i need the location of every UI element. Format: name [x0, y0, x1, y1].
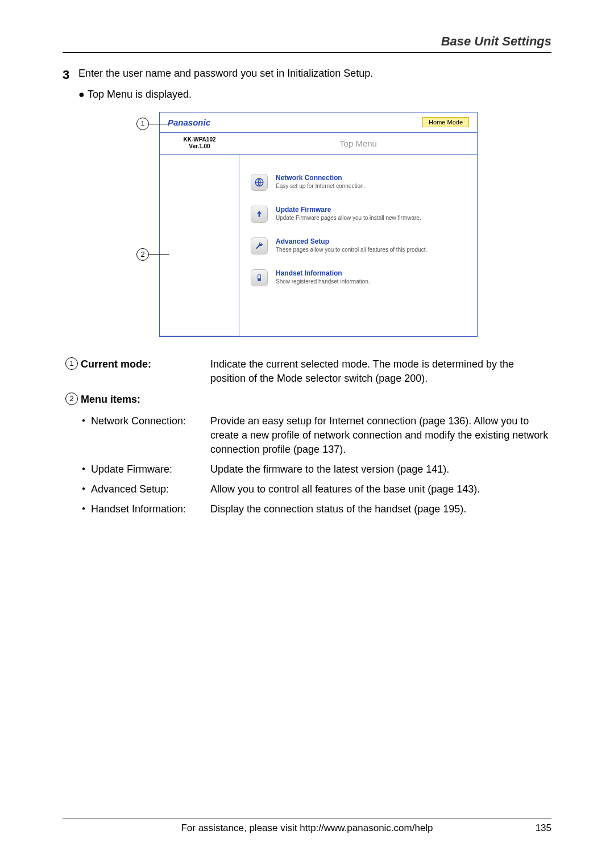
screenshot-panel: Panasonic Home Mode KK-WPA102 Ver.1.00 T… [159, 112, 478, 337]
sub-label: Update Firmware: [81, 462, 210, 477]
wrench-icon [251, 237, 268, 254]
def-label-1: Current mode: [81, 357, 210, 386]
page-number: 135 [536, 823, 551, 834]
menu-item-desc: Easy set up for Internet connection. [276, 183, 365, 189]
def-number-1: 1 [65, 357, 78, 370]
menu-item-handset: Handset Information Show registered hand… [251, 269, 466, 286]
screenshot-subbar: KK-WPA102 Ver.1.00 Top Menu [160, 133, 477, 155]
sub-desc: Allow you to control all features of the… [210, 482, 551, 496]
step-bullet-text: Top Menu is displayed. [88, 87, 192, 102]
sub-desc: Update the firmware to the latest versio… [210, 462, 551, 477]
bullet-dot: ● [78, 87, 88, 102]
step-text: Enter the user name and password you set… [78, 66, 373, 84]
top-menu-title: Top Menu [239, 139, 477, 148]
menu-item-network: Network Connection Easy set up for Inter… [251, 174, 466, 191]
definition-row-2: 2 Menu items: [63, 393, 551, 407]
step-number: 3 [63, 66, 78, 84]
menu-item-desc: These pages allow you to control all fea… [276, 247, 427, 253]
footer-text: For assistance, please visit http://www.… [181, 823, 433, 834]
sub-row-advanced: Advanced Setup: Allow you to control all… [63, 482, 551, 496]
globe-icon [251, 174, 268, 191]
sub-row-firmware: Update Firmware: Update the firmware to … [63, 462, 551, 477]
screenshot-wrapper: 1 2 Panasonic Home Mode KK-WPA102 Ver.1.… [63, 112, 551, 337]
sub-desc: Display the connection status of the han… [210, 502, 551, 516]
sub-label: Network Connection: [81, 414, 210, 457]
model-number: KK-WPA102 [160, 136, 239, 143]
model-version: Ver.1.00 [160, 143, 239, 150]
definition-row-1: 1 Current mode: Indicate the current sel… [63, 357, 551, 386]
menu-item-title: Network Connection [276, 174, 365, 182]
callout-2-line [149, 254, 169, 255]
callout-1-line [149, 124, 169, 124]
sub-row-handset: Handset Information: Display the connect… [63, 502, 551, 516]
callout-2: 2 [136, 248, 149, 261]
menu-item-title: Update Firmware [276, 206, 421, 214]
screenshot-main: Network Connection Easy set up for Inter… [239, 155, 477, 336]
section-title: Base Unit Settings [63, 34, 551, 49]
sub-label: Handset Information: [81, 502, 210, 516]
menu-item-advanced: Advanced Setup These pages allow you to … [251, 237, 466, 254]
arrow-up-icon [251, 206, 268, 223]
brand-logo: Panasonic [160, 118, 239, 127]
menu-item-desc: Show registered handset information. [276, 278, 370, 285]
mode-badge: Home Mode [422, 117, 469, 127]
footer-rule [63, 819, 551, 819]
screenshot-topbar: Panasonic Home Mode [160, 112, 477, 133]
menu-item-title: Handset Information [276, 269, 370, 277]
page-footer: For assistance, please visit http://www.… [63, 819, 551, 834]
step-row: 3 Enter the user name and password you s… [63, 66, 551, 84]
screenshot-body: Network Connection Easy set up for Inter… [160, 155, 477, 336]
def-number-2: 2 [65, 393, 78, 405]
handset-icon [251, 269, 268, 286]
menu-item-firmware: Update Firmware Update Firmware pages al… [251, 206, 466, 223]
callout-column: 1 2 [136, 112, 159, 337]
model-info: KK-WPA102 Ver.1.00 [160, 136, 239, 150]
def-desc-1: Indicate the current selected mode. The … [210, 357, 551, 386]
sub-desc: Provide an easy setup for Internet conne… [210, 414, 551, 457]
sub-row-network: Network Connection: Provide an easy setu… [63, 414, 551, 457]
svg-rect-2 [258, 275, 260, 278]
def-label-2: Menu items: [81, 393, 210, 407]
definitions-list: 1 Current mode: Indicate the current sel… [63, 357, 551, 517]
menu-item-desc: Update Firmware pages allow you to insta… [276, 215, 421, 221]
callout-1: 1 [136, 118, 149, 130]
screenshot-sidebar [160, 155, 239, 336]
sub-label: Advanced Setup: [81, 482, 210, 496]
menu-item-title: Advanced Setup [276, 237, 427, 245]
header-rule [63, 52, 551, 53]
step-bullet-row: ● Top Menu is displayed. [78, 87, 551, 102]
